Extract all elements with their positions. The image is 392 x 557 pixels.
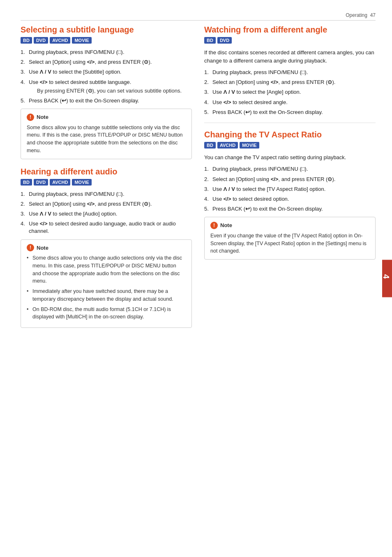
- angle-step-4: 4. Use </> to select desired angle.: [204, 99, 376, 106]
- step-4: 4. Use </> to select desired subtitle la…: [21, 79, 192, 95]
- angle-intro: If the disc contains scenes recorded at …: [204, 49, 376, 65]
- audio-section-title: Hearing a different audio: [21, 167, 192, 176]
- angle-step-5: 5. Press BACK (↩) to exit the On-Screen …: [204, 109, 376, 116]
- subtitle-section: Selecting a subtitle language BD DVD AVC…: [21, 25, 192, 159]
- audio-note-item-2: Immediately after you have switched soun…: [27, 288, 186, 303]
- header-text: Operating 47: [346, 12, 376, 18]
- aspect-step-4: 4. Use </> to select desired option.: [204, 195, 376, 203]
- subtitle-note-text: Some discs allow you to change subtitle …: [27, 124, 186, 155]
- subtitle-steps: 1. During playback, press INFO/MENU (□).…: [21, 49, 192, 104]
- angle-step-3: 3. Use Λ / V to select the [Angle] optio…: [204, 88, 376, 96]
- aspect-badge-row: BD AVCHD MOVIE: [204, 142, 376, 149]
- audio-section: Hearing a different audio BD DVD AVCHD M…: [21, 167, 192, 328]
- aspect-intro: You can change the TV aspect ratio setti…: [204, 153, 376, 162]
- divider: [204, 123, 376, 123]
- aspect-note-label: Note: [220, 221, 232, 230]
- header-bar: Operating 47: [21, 12, 376, 21]
- content-columns: Selecting a subtitle language BD DVD AVC…: [21, 25, 376, 335]
- subtitle-badge-row: BD DVD AVCHD MOVIE: [21, 37, 192, 44]
- angle-section-title: Watching from a different angle: [204, 25, 376, 35]
- angle-step-1: 1. During playback, press INFO/MENU (□).: [204, 69, 376, 76]
- note-label: Note: [37, 113, 48, 121]
- badge-movie-2: MOVIE: [72, 179, 91, 186]
- audio-note-label: Note: [37, 244, 48, 252]
- badge-avchd: AVCHD: [50, 37, 70, 44]
- audio-note: ! Note Some discs allow you to change au…: [21, 239, 192, 328]
- aspect-badge-movie: MOVIE: [240, 142, 259, 149]
- aspect-step-1: 1. During playback, press INFO/MENU (□).: [204, 165, 376, 173]
- subtitle-note: ! Note Some discs allow you to change su…: [21, 109, 192, 159]
- audio-note-icon: !: [27, 244, 34, 251]
- angle-section: Watching from a different angle BD DVD I…: [204, 25, 376, 116]
- angle-badge-dvd: DVD: [217, 37, 232, 44]
- step-5: 5. Press BACK (↩) to exit the On-Screen …: [21, 97, 192, 104]
- angle-steps: 1. During playback, press INFO/MENU (□).…: [204, 69, 376, 116]
- subtitle-section-title: Selecting a subtitle language: [21, 25, 192, 35]
- audio-step-3: 3. Use Λ / V to select the [Audio] optio…: [21, 210, 192, 218]
- angle-badge-row: BD DVD: [204, 37, 376, 44]
- badge-dvd-2: DVD: [34, 179, 48, 186]
- badge-bd-2: BD: [21, 179, 32, 186]
- aspect-note: ! Note Even if you change the value of t…: [204, 217, 376, 260]
- aspect-section: Changing the TV Aspect Ratio BD AVCHD MO…: [204, 130, 376, 260]
- note-icon: !: [27, 114, 34, 121]
- audio-step-1: 1. During playback, press INFO/MENU (□).: [21, 190, 192, 198]
- step-1: 1. During playback, press INFO/MENU (□).: [21, 49, 192, 56]
- aspect-note-icon: !: [210, 222, 218, 229]
- audio-badge-row: BD DVD AVCHD MOVIE: [21, 179, 192, 186]
- step-3: 3. Use Λ / V to select the [Subtitle] op…: [21, 68, 192, 76]
- angle-step-2: 2. Select an [Option] using </>, and pre…: [204, 79, 376, 86]
- page-container: Operating 47 Selecting a subtitle langua…: [0, 0, 392, 557]
- side-tab: 4 Operating: [382, 260, 392, 297]
- side-tab-label: Operating: [376, 266, 381, 291]
- audio-note-list: Some discs allow you to change audio sel…: [27, 254, 186, 321]
- audio-steps: 1. During playback, press INFO/MENU (□).…: [21, 190, 192, 235]
- audio-note-item-1: Some discs allow you to change audio sel…: [27, 254, 186, 285]
- left-column: Selecting a subtitle language BD DVD AVC…: [21, 25, 192, 335]
- angle-badge-bd: BD: [204, 37, 216, 44]
- aspect-badge-avchd: AVCHD: [217, 142, 238, 149]
- aspect-badge-bd: BD: [204, 142, 216, 149]
- right-column: Watching from a different angle BD DVD I…: [204, 25, 376, 335]
- aspect-note-text: Even if you change the value of the [TV …: [210, 232, 369, 255]
- aspect-section-title: Changing the TV Aspect Ratio: [204, 130, 376, 139]
- aspect-step-3: 3. Use Λ / V to select the [TV Aspect Ra…: [204, 186, 376, 193]
- audio-note-item-3: On BD-ROM disc, the multi audio format (…: [27, 306, 186, 321]
- badge-avchd-2: AVCHD: [50, 179, 70, 186]
- step-2: 2. Select an [Option] using </>, and pre…: [21, 58, 192, 66]
- side-tab-number: 4: [381, 266, 391, 288]
- audio-step-4: 4. Use </> to select desired audio langu…: [21, 220, 192, 235]
- badge-movie: MOVIE: [72, 37, 91, 44]
- aspect-steps: 1. During playback, press INFO/MENU (□).…: [204, 165, 376, 213]
- audio-step-2: 2. Select an [Option] using </>, and pre…: [21, 200, 192, 208]
- aspect-step-2: 2. Select an [Option] using </>, and pre…: [204, 176, 376, 183]
- badge-bd: BD: [21, 37, 32, 44]
- badge-dvd: DVD: [34, 37, 48, 44]
- aspect-step-5: 5. Press BACK (↩) to exit the On-Screen …: [204, 205, 376, 213]
